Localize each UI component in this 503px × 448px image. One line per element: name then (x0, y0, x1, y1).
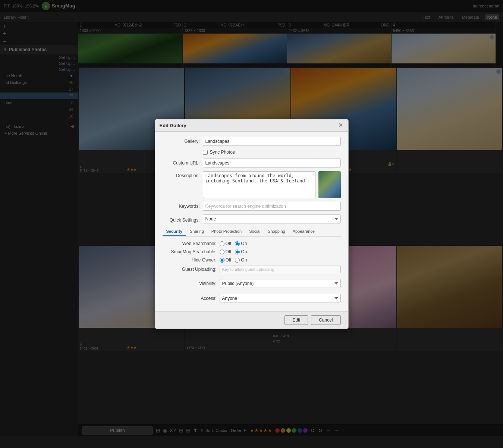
quick-settings-label: Quick Settings: (163, 216, 200, 223)
edit-button[interactable]: Edit (284, 315, 308, 325)
tab-photo-protection[interactable]: Photo Protection (208, 227, 245, 236)
smugmug-searchable-options: Off On (220, 249, 247, 254)
access-row: Access: Anyone SmugMug Users (163, 294, 341, 303)
dialog-body: Gallery: Sync Photos Custom URL: Descrip… (155, 132, 348, 311)
keywords-input[interactable] (203, 202, 341, 211)
keywords-row: Keywords: (163, 202, 341, 211)
web-searchable-on[interactable]: On (235, 241, 247, 246)
web-searchable-label: Web Searchable: (163, 241, 217, 246)
guest-uploading-row: Guest Uploading: (163, 266, 341, 273)
tab-security[interactable]: Security (163, 227, 186, 236)
sync-checkbox[interactable] (203, 150, 208, 155)
dialog-title-bar: Edit Gallery ✕ (155, 119, 348, 132)
hide-owner-row: Hide Owner: Off On (163, 257, 341, 263)
description-thumbnail (318, 171, 341, 198)
smugmug-searchable-on[interactable]: On (235, 249, 247, 254)
tab-sharing[interactable]: Sharing (186, 227, 208, 236)
hide-owner-label: Hide Owner: (163, 257, 217, 263)
custom-url-label: Custom URL: (163, 159, 200, 166)
cancel-button[interactable]: Cancel (311, 315, 340, 325)
access-select[interactable]: Anyone SmugMug Users (220, 294, 341, 303)
smugmug-searchable-label: SmugMug Searchable: (163, 249, 217, 254)
tab-social[interactable]: Social (245, 227, 264, 236)
dialog-close-button[interactable]: ✕ (337, 122, 344, 128)
dialog-title: Edit Gallery (160, 123, 186, 128)
dialog-overlay: Edit Gallery ✕ Gallery: Sync Photos Cust… (0, 0, 503, 448)
custom-url-input[interactable] (203, 159, 341, 167)
gallery-input[interactable] (203, 137, 341, 146)
quick-settings-select[interactable]: None (203, 214, 341, 223)
description-textarea[interactable]: Landscapes from around the world, includ… (203, 171, 315, 198)
gallery-label: Gallery: (163, 137, 200, 144)
guest-uploading-input[interactable] (220, 266, 341, 273)
description-area: Landscapes from around the world, includ… (203, 171, 341, 198)
hide-owner-options: Off On (220, 257, 247, 263)
dialog-tabs: Security Sharing Photo Protection Social… (163, 227, 341, 236)
gallery-name-row: Gallery: (163, 137, 341, 146)
edit-gallery-dialog: Edit Gallery ✕ Gallery: Sync Photos Cust… (155, 119, 349, 329)
visibility-row: Visibility: Public (Anyone) Password Pro… (163, 279, 341, 288)
guest-uploading-label: Guest Uploading: (163, 267, 217, 272)
web-searchable-options: Off On (220, 241, 247, 246)
dialog-footer: Edit Cancel (155, 311, 348, 329)
hide-owner-off[interactable]: Off (220, 257, 232, 263)
tab-appearance[interactable]: Appearance (289, 227, 318, 236)
hide-owner-on[interactable]: On (235, 257, 247, 263)
tab-shopping[interactable]: Shopping (264, 227, 289, 236)
description-label: Description: (163, 171, 200, 178)
access-label: Access: (163, 296, 217, 301)
security-tab-content: Web Searchable: Off On SmugMug Searchabl… (163, 241, 341, 303)
keywords-label: Keywords: (163, 202, 200, 209)
sync-photos-row: Sync Photos (203, 150, 341, 155)
web-searchable-off[interactable]: Off (220, 241, 232, 246)
sync-label: Sync Photos (210, 150, 235, 155)
web-searchable-row: Web Searchable: Off On (163, 241, 341, 246)
visibility-select[interactable]: Public (Anyone) Password Protected Unlis… (220, 279, 341, 288)
custom-url-row: Custom URL: (163, 159, 341, 167)
smugmug-searchable-row: SmugMug Searchable: Off On (163, 249, 341, 254)
smugmug-searchable-off[interactable]: Off (220, 249, 232, 254)
quick-settings-row: Quick Settings: None (163, 214, 341, 223)
description-row: Description: Landscapes from around the … (163, 171, 341, 198)
visibility-label: Visibility: (163, 281, 217, 286)
